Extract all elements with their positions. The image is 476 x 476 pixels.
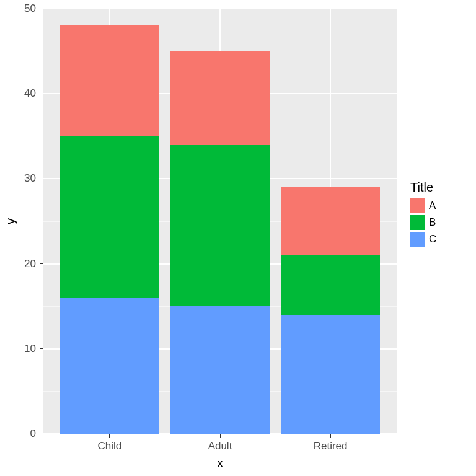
y-tick-mark (40, 348, 43, 349)
bar-segment (170, 145, 270, 307)
y-tick-mark (40, 94, 43, 94)
y-tick-mark (40, 178, 43, 179)
legend-item: C (410, 232, 436, 247)
y-tick-label: 10 (0, 343, 36, 355)
bar-segment (170, 306, 270, 434)
bar-segment (281, 255, 380, 315)
x-tick-mark (330, 434, 331, 438)
bar-segment (60, 136, 159, 298)
legend-label: B (429, 216, 436, 229)
y-tick-mark (40, 9, 43, 9)
legend-title: Title (410, 180, 436, 195)
bar-segment (281, 187, 380, 255)
bar-segment (281, 315, 380, 434)
legend: Title ABC (410, 180, 436, 249)
bar-segment (60, 298, 159, 434)
x-tick-mark (220, 434, 221, 438)
legend-label: C (429, 233, 436, 245)
x-tick-mark (109, 434, 110, 438)
x-tick-label: Adult (183, 440, 257, 452)
x-tick-label: Retired (293, 440, 368, 452)
legend-key (410, 198, 425, 213)
y-tick-label: 40 (0, 87, 36, 100)
y-tick-mark (40, 434, 43, 434)
y-tick-label: 20 (0, 258, 36, 270)
legend-key (410, 215, 425, 230)
legend-label: A (429, 200, 436, 212)
bar-segment (60, 25, 159, 136)
y-tick-mark (40, 263, 43, 264)
x-tick-label: Child (73, 440, 147, 452)
y-tick-label: 30 (0, 172, 36, 185)
legend-item: A (410, 198, 436, 213)
y-tick-label: 50 (0, 2, 36, 15)
legend-key (410, 232, 425, 247)
y-axis-title: y (4, 214, 19, 229)
legend-item: B (410, 215, 436, 230)
y-tick-label: 0 (0, 428, 36, 440)
bar-segment (170, 51, 270, 145)
chart-container: y x Title ABC 01020304050ChildAdultRetir… (0, 0, 476, 476)
x-axis-title: x (43, 456, 397, 470)
